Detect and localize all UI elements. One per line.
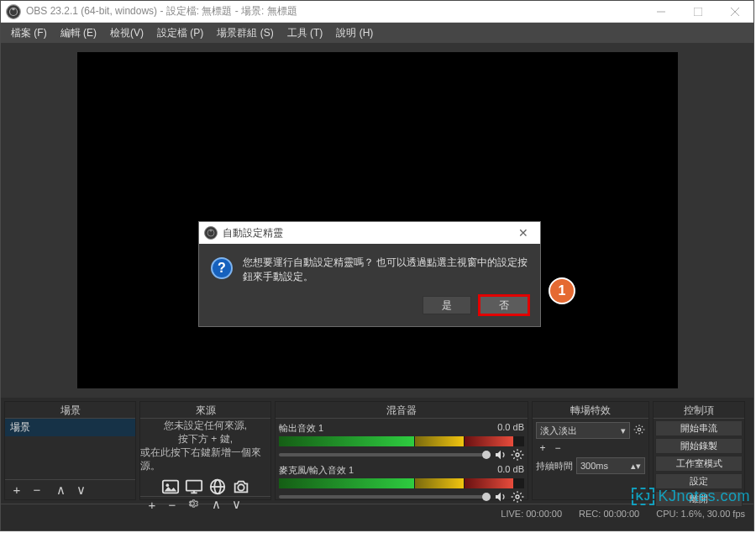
svg-point-0	[7, 4, 21, 18]
speaker-icon[interactable]	[494, 490, 507, 504]
menu-edit[interactable]: 編輯 (E)	[54, 23, 103, 43]
close-button[interactable]	[717, 1, 753, 23]
scenes-list[interactable]: 場景	[5, 419, 135, 479]
sources-toolbar: + − ∧ ∨	[140, 496, 270, 512]
source-type-icons	[161, 478, 250, 496]
move-down-icon[interactable]: ∨	[228, 497, 244, 512]
dialog-buttons: 是 否	[199, 288, 540, 326]
obs-logo-icon	[6, 4, 21, 19]
main-window: OBS 23.2.1 (64-bit, windows) - 設定檔: 無標題 …	[0, 0, 754, 531]
audio-meter	[279, 436, 524, 446]
sources-header: 來源	[140, 402, 270, 419]
mixer-channel: 輸出音效 1 0.0 dB	[279, 422, 524, 462]
add-icon[interactable]: +	[536, 442, 549, 454]
annotation-badge: 1	[549, 277, 575, 304]
transition-add-remove: + −	[536, 442, 564, 454]
menu-profile[interactable]: 設定檔 (P)	[150, 23, 210, 43]
transitions-body: 淡入淡出▾ + − 持續時間 300ms▴▾	[533, 419, 648, 499]
mixer-channel: 麥克風/輸入音效 1 0.0 dB	[279, 464, 524, 504]
close-icon[interactable]: ✕	[507, 226, 540, 240]
svg-point-2	[12, 7, 14, 9]
channel-name: 麥克風/輸入音效 1	[279, 464, 354, 477]
globe-source-icon	[208, 478, 227, 496]
start-streaming-button[interactable]: 開始串流	[655, 420, 743, 436]
minimize-button[interactable]	[643, 1, 680, 23]
menu-scene-collection[interactable]: 場景群組 (S)	[210, 23, 280, 43]
svg-point-21	[210, 230, 213, 232]
controls-panel: 控制項 開始串流 開始錄製 工作室模式 設定 離開	[653, 401, 745, 500]
svg-point-16	[516, 453, 519, 456]
volume-slider[interactable]	[279, 495, 491, 499]
svg-point-8	[165, 483, 169, 487]
menu-tools[interactable]: 工具 (T)	[281, 23, 330, 43]
window-buttons	[643, 1, 753, 23]
status-cpu: CPU: 1.6%, 30.00 fps	[656, 509, 745, 519]
maximize-button[interactable]	[680, 1, 717, 23]
gear-icon[interactable]	[511, 490, 524, 504]
dialog-message: 您想要運行自動設定精靈嗎？ 也可以透過點選主視窗中的設定按鈕來手動設定。	[243, 256, 528, 284]
duration-label: 持續時間	[536, 460, 573, 472]
transition-select[interactable]: 淡入淡出▾	[536, 422, 630, 439]
scenes-panel: 場景 場景 + − ∧ ∨	[4, 401, 136, 500]
move-up-icon[interactable]: ∧	[52, 483, 69, 498]
preview-canvas[interactable]	[77, 52, 678, 388]
svg-point-19	[205, 227, 218, 240]
settings-button[interactable]: 設定	[655, 473, 743, 489]
sources-panel: 來源 您未設定任何來源, 按下方 + 鍵, 或在此按下右鍵新增一個來源。 + −…	[139, 401, 271, 500]
titlebar[interactable]: OBS 23.2.1 (64-bit, windows) - 設定檔: 無標題 …	[1, 1, 753, 23]
gear-icon[interactable]	[184, 498, 201, 512]
duration-input[interactable]: 300ms▴▾	[576, 457, 645, 474]
svg-point-18	[638, 428, 641, 431]
dialog-titlebar[interactable]: 自動設定精靈 ✕	[199, 222, 540, 244]
menubar: 檔案 (F) 編輯 (E) 檢視(V) 設定檔 (P) 場景群組 (S) 工具 …	[1, 23, 753, 43]
mixer-header: 混音器	[276, 402, 528, 419]
sources-help-line: 按下方 + 鍵,	[178, 432, 233, 446]
exit-button[interactable]: 離開	[655, 491, 743, 507]
gear-icon[interactable]	[633, 424, 645, 438]
menu-help[interactable]: 說明 (H)	[329, 23, 380, 43]
volume-slider[interactable]	[279, 453, 491, 456]
dialog-content: ? 您想要運行自動設定精靈嗎？ 也可以透過點選主視窗中的設定按鈕來手動設定。	[199, 244, 540, 288]
mixer-body: 輸出音效 1 0.0 dB 麥克風/輸入音效 1	[276, 419, 528, 508]
remove-icon[interactable]: −	[164, 498, 181, 512]
chevron-down-icon: ▾	[621, 425, 626, 436]
question-icon: ?	[211, 257, 233, 279]
menu-view[interactable]: 檢視(V)	[103, 23, 150, 43]
window-title: OBS 23.2.1 (64-bit, windows) - 設定檔: 無標題 …	[26, 4, 643, 18]
channel-db: 0.0 dB	[497, 422, 524, 435]
gear-icon[interactable]	[511, 448, 524, 462]
remove-icon[interactable]: −	[551, 442, 564, 454]
image-source-icon	[161, 478, 180, 496]
mixer-panel: 混音器 輸出音效 1 0.0 dB	[275, 401, 528, 500]
transitions-panel: 轉場特效 淡入淡出▾ + − 持續時間 300ms▴▾	[532, 401, 649, 500]
audio-meter	[279, 478, 524, 488]
spinner-icon: ▴▾	[631, 461, 641, 472]
camera-source-icon	[232, 478, 250, 496]
controls-body: 開始串流 開始錄製 工作室模式 設定 離開	[654, 419, 744, 509]
remove-icon[interactable]: −	[29, 483, 45, 497]
scenes-header: 場景	[5, 402, 135, 419]
sources-empty-help[interactable]: 您未設定任何來源, 按下方 + 鍵, 或在此按下右鍵新增一個來源。	[140, 419, 270, 496]
status-live: LIVE: 00:00:00	[501, 509, 562, 519]
status-rec: REC: 00:00:00	[579, 509, 639, 519]
channel-db: 0.0 dB	[497, 464, 524, 477]
start-recording-button[interactable]: 開始錄製	[655, 438, 743, 454]
svg-point-17	[516, 495, 519, 499]
speaker-icon[interactable]	[494, 448, 507, 462]
menu-file[interactable]: 檔案 (F)	[4, 23, 54, 43]
display-source-icon	[185, 478, 203, 496]
move-up-icon[interactable]: ∧	[207, 497, 224, 512]
scene-item[interactable]: 場景	[5, 419, 135, 436]
add-icon[interactable]: +	[8, 483, 25, 497]
sources-help-line: 或在此按下右鍵新增一個來源。	[140, 446, 270, 472]
yes-button[interactable]: 是	[423, 296, 471, 314]
studio-mode-button[interactable]: 工作室模式	[655, 456, 743, 472]
channel-name: 輸出音效 1	[279, 422, 323, 435]
no-button[interactable]: 否	[480, 296, 528, 314]
svg-rect-9	[186, 481, 201, 491]
auto-config-dialog: 自動設定精靈 ✕ ? 您想要運行自動設定精靈嗎？ 也可以透過點選主視窗中的設定按…	[198, 221, 541, 327]
dialog-title: 自動設定精靈	[223, 226, 507, 240]
move-down-icon[interactable]: ∨	[72, 483, 89, 498]
add-icon[interactable]: +	[144, 498, 160, 512]
scenes-toolbar: + − ∧ ∨	[5, 479, 135, 499]
